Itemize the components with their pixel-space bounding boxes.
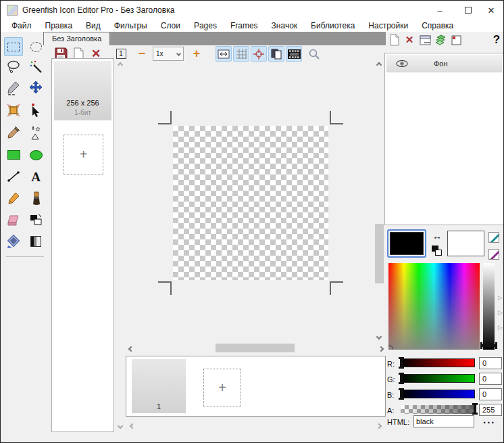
- tool-hotspot[interactable]: [26, 101, 45, 120]
- center-lines-toggle[interactable]: [251, 46, 267, 62]
- menu-view[interactable]: Вид: [79, 20, 107, 31]
- help-button[interactable]: ?: [490, 33, 503, 47]
- tool-move[interactable]: [26, 78, 45, 97]
- pages-scroll-up[interactable]: [116, 60, 125, 70]
- tool-gradient-bar[interactable]: [26, 232, 45, 251]
- tool-pencil-select[interactable]: [4, 78, 23, 97]
- tool-magic-wand[interactable]: [26, 57, 45, 76]
- tool-retouch[interactable]: [26, 123, 45, 142]
- tool-eraser[interactable]: [4, 210, 23, 229]
- frame-thumbnail[interactable]: 1: [132, 359, 186, 413]
- delete-layer-button[interactable]: ✕: [403, 33, 416, 47]
- green-slider-handle[interactable]: [400, 373, 403, 384]
- hue-saturation-picker[interactable]: [388, 263, 480, 350]
- menu-library[interactable]: Библиотека: [304, 20, 361, 31]
- red-slider[interactable]: [401, 358, 475, 367]
- lasso-icon: [6, 60, 21, 74]
- alpha-label: A:: [387, 406, 394, 415]
- tool-brush[interactable]: [26, 189, 45, 208]
- transparent-color-button[interactable]: [488, 232, 499, 243]
- menu-filters[interactable]: Фильтры: [107, 20, 154, 31]
- tool-ellipse-select[interactable]: [26, 37, 45, 56]
- menu-help[interactable]: Справка: [415, 20, 460, 31]
- menu-settings[interactable]: Настройки: [361, 20, 415, 31]
- red-slider-handle[interactable]: [400, 357, 403, 369]
- canvas-hscroll-thumb[interactable]: [216, 344, 295, 352]
- blue-slider-handle[interactable]: [400, 388, 403, 400]
- canvas-scroll-up[interactable]: [374, 60, 384, 70]
- tool-color-picker[interactable]: [4, 123, 23, 142]
- tool-ellipse[interactable]: [26, 145, 45, 164]
- html-color-input[interactable]: [413, 415, 474, 427]
- frames-panel-toggle[interactable]: [286, 46, 302, 62]
- canvas-scroll-right[interactable]: [376, 344, 386, 354]
- zoom-in-button[interactable]: +: [188, 46, 205, 62]
- title-bar[interactable]: Greenfish Icon Editor Pro - Без Заголовк…: [1, 1, 503, 20]
- alpha-slider-handle[interactable]: [474, 403, 476, 415]
- value-slider-handle[interactable]: [480, 344, 497, 347]
- tool-rect-select[interactable]: [4, 37, 23, 56]
- zoom-out-button[interactable]: −: [134, 46, 150, 62]
- tool-rectangle[interactable]: [4, 145, 23, 164]
- add-frame-button[interactable]: +: [203, 369, 241, 406]
- frames-scroll-right[interactable]: [374, 421, 384, 431]
- swap-colors-button[interactable]: ↔: [432, 231, 442, 241]
- blue-value-input[interactable]: [479, 388, 502, 400]
- foreground-color-swatch[interactable]: [387, 229, 426, 258]
- layer-row-background[interactable]: Фон: [386, 55, 502, 72]
- tool-line[interactable]: [4, 167, 23, 186]
- menu-layers[interactable]: Слои: [154, 20, 187, 31]
- tool-crop[interactable]: [4, 101, 23, 120]
- tool-gradient[interactable]: [4, 232, 23, 251]
- filmstrip-icon: [288, 49, 301, 59]
- layer-properties-button[interactable]: [418, 33, 432, 47]
- chevron-up-icon: [118, 62, 123, 68]
- tool-color-swap[interactable]: [26, 210, 45, 229]
- new-layer-page-button[interactable]: [388, 33, 401, 47]
- crop-mark-top-left: [158, 111, 172, 124]
- copy-color-button[interactable]: [432, 246, 443, 256]
- expand-arrow-icon[interactable]: ▷: [498, 324, 503, 331]
- menu-pages[interactable]: Pages: [187, 20, 224, 31]
- actual-size-button[interactable]: 1: [113, 46, 129, 62]
- menu-file[interactable]: Файл: [5, 20, 39, 31]
- fit-window-toggle[interactable]: [216, 46, 232, 62]
- blue-slider[interactable]: [401, 390, 475, 398]
- zoom-tool-button[interactable]: [306, 46, 322, 62]
- red-value-input[interactable]: [479, 357, 502, 369]
- canvas-scroll-down[interactable]: [374, 332, 384, 342]
- menu-frames[interactable]: Frames: [224, 20, 265, 31]
- background-color-swatch[interactable]: [447, 231, 484, 256]
- value-slider[interactable]: [483, 263, 495, 350]
- more-colors-button[interactable]: ...: [483, 414, 496, 425]
- grid-toggle[interactable]: [233, 46, 249, 62]
- chevron-right-icon: [378, 346, 384, 352]
- frames-scroll-left[interactable]: [128, 421, 137, 431]
- document-tab[interactable]: Без Заголовка: [43, 32, 110, 45]
- tool-pencil[interactable]: [4, 189, 23, 208]
- page-thumbnail[interactable]: 256 x 256 1-бит: [54, 61, 111, 120]
- zoom-level-select[interactable]: 1x: [153, 47, 184, 61]
- inverse-color-button[interactable]: [488, 249, 499, 260]
- tool-text[interactable]: A: [26, 167, 45, 186]
- expand-arrow-icon[interactable]: ▷: [498, 309, 503, 316]
- menu-edit[interactable]: Правка: [39, 20, 80, 31]
- pages-scroll-down[interactable]: [116, 421, 125, 431]
- canvas[interactable]: [173, 126, 328, 280]
- layers-stack-button[interactable]: [434, 33, 447, 47]
- close-button[interactable]: ✕: [478, 1, 504, 20]
- canvas-vscroll-thumb[interactable]: [375, 224, 384, 283]
- new-layer-button[interactable]: [449, 33, 463, 47]
- green-value-input[interactable]: [479, 373, 502, 385]
- green-slider[interactable]: [401, 374, 475, 383]
- menu-icon[interactable]: Значок: [265, 20, 304, 31]
- visibility-eye-icon[interactable]: [396, 60, 408, 68]
- expand-arrow-icon[interactable]: ▷: [498, 294, 503, 301]
- tool-lasso[interactable]: [4, 57, 23, 76]
- add-page-button[interactable]: +: [64, 135, 103, 174]
- actual-size-icon: 1: [116, 49, 126, 59]
- pages-panel-toggle[interactable]: [268, 46, 284, 62]
- canvas-scroll-left[interactable]: [126, 344, 136, 354]
- minimize-button[interactable]: –: [426, 1, 453, 20]
- alpha-slider[interactable]: [401, 405, 475, 414]
